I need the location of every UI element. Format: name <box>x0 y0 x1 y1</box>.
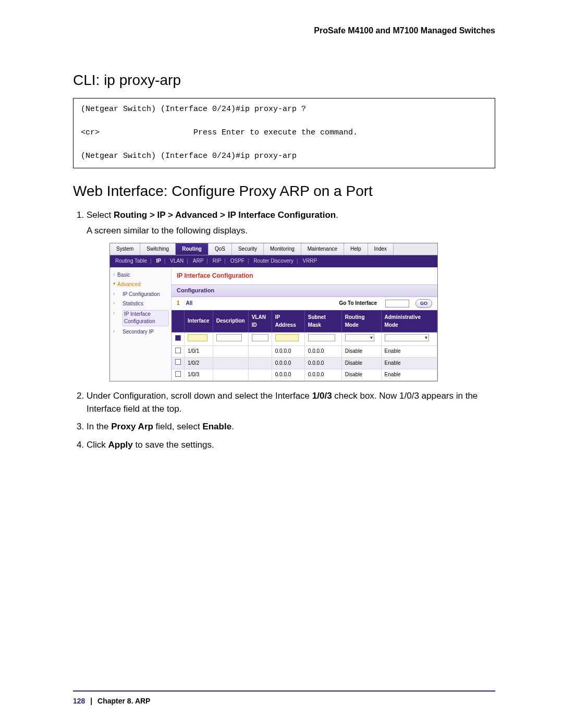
col-ip-address: IP Address <box>272 311 304 332</box>
primary-tabs: System Switching Routing QoS Security Mo… <box>110 243 437 256</box>
webui-screenshot: System Switching Routing QoS Security Mo… <box>109 243 438 381</box>
section-cli-title: CLI: ip proxy-arp <box>73 72 495 89</box>
cell-description <box>213 346 248 357</box>
table-row: 1/0/1 0.0.0.0 0.0.0.0 Disable Enable <box>172 346 437 357</box>
col-checkbox <box>172 311 185 332</box>
goto-interface-label: Go To Interface <box>339 300 377 307</box>
tab-security[interactable]: Security <box>232 243 264 255</box>
panel-title: IP Interface Configuration <box>172 270 437 285</box>
cli-code-block: (Netgear Switch) (Interface 0/24)#ip pro… <box>73 98 495 168</box>
section-web-title: Web Interface: Configure Proxy ARP on a … <box>73 183 495 200</box>
tab-system[interactable]: System <box>110 243 140 255</box>
steps-list: Select Routing > IP > Advanced > IP Inte… <box>73 209 495 452</box>
cell-ip: 0.0.0.0 <box>272 369 304 381</box>
table-row: 1/0/2 0.0.0.0 0.0.0.0 Disable Enable <box>172 357 437 369</box>
tab-maintenance[interactable]: Maintenance <box>301 243 344 255</box>
cell-mask: 0.0.0.0 <box>304 369 341 381</box>
step-1: Select Routing > IP > Advanced > IP Inte… <box>87 209 495 382</box>
cell-amode: Enable <box>381 346 437 357</box>
tab-index[interactable]: Index <box>368 243 394 255</box>
page-number: 128 <box>73 697 85 705</box>
sidebar-basic[interactable]: Basic <box>113 270 169 280</box>
filter-index[interactable]: 1 <box>177 300 180 307</box>
step-2-text-a: Under Configuration, scroll down and sel… <box>87 391 312 401</box>
step-3-text-e: . <box>231 422 234 431</box>
cell-rmode: Disable <box>341 346 381 357</box>
step-3-value: Enable <box>202 422 231 431</box>
table-input-row <box>172 332 437 346</box>
tab-monitoring[interactable]: Monitoring <box>264 243 301 255</box>
step-1-text-c: . <box>336 210 338 220</box>
dropdown-routing-mode[interactable] <box>345 334 374 341</box>
row-checkbox[interactable] <box>175 371 181 377</box>
filter-all[interactable]: All <box>186 300 193 307</box>
configuration-bar: Configuration <box>172 285 437 297</box>
dropdown-admin-mode[interactable] <box>385 334 429 341</box>
step-4-text-a: Click <box>87 440 108 450</box>
cell-vlan <box>248 357 272 369</box>
tab-qos[interactable]: QoS <box>209 243 232 255</box>
footer-chapter: Chapter 8. ARP <box>97 697 150 705</box>
col-subnet-mask: Subnet Mask <box>304 311 341 332</box>
step-4: Click Apply to save the settings. <box>87 439 495 452</box>
step-3-text-a: In the <box>87 422 111 431</box>
cell-amode: Enable <box>381 357 437 369</box>
col-vlan-id: VLAN ID <box>248 311 272 332</box>
cell-mask: 0.0.0.0 <box>304 346 341 357</box>
step-3-text-c: field, select <box>153 422 203 431</box>
tab-switching[interactable]: Switching <box>140 243 176 255</box>
sidebar-secondary-ip[interactable]: Secondary IP <box>113 327 169 337</box>
col-routing-mode: Routing Mode <box>341 311 381 332</box>
doc-header: ProSafe M4100 and M7100 Managed Switches <box>73 26 495 35</box>
cell-interface: 1/0/1 <box>185 346 213 357</box>
interface-table: Interface Description VLAN ID IP Address… <box>172 310 437 381</box>
cell-ip: 0.0.0.0 <box>272 357 304 369</box>
secondary-tabs: Routing Table| IP| VLAN| ARP| RIP| OSPF|… <box>110 255 437 267</box>
filter-bar: 1 All Go To Interface GO <box>172 297 437 310</box>
subtab-ospf[interactable]: OSPF <box>230 258 244 264</box>
goto-interface-input[interactable] <box>385 300 409 307</box>
input-interface[interactable] <box>188 334 207 341</box>
subtab-ip[interactable]: IP <box>156 258 161 264</box>
row-checkbox[interactable] <box>175 359 181 365</box>
subtab-vlan[interactable]: VLAN <box>170 258 183 264</box>
cell-mask: 0.0.0.0 <box>304 357 341 369</box>
input-description[interactable] <box>216 334 242 341</box>
tab-routing[interactable]: Routing <box>176 243 209 255</box>
main-panel: IP Interface Configuration Configuration… <box>172 267 437 381</box>
input-ip-address[interactable] <box>275 334 299 341</box>
go-button[interactable]: GO <box>415 299 432 308</box>
sidebar-statistics[interactable]: Statistics <box>113 299 169 309</box>
sidebar: Basic Advanced IP Configuration Statisti… <box>110 267 172 381</box>
sidebar-advanced[interactable]: Advanced <box>113 280 169 290</box>
subtab-vrrp[interactable]: VRRP <box>302 258 317 264</box>
step-3-field: Proxy Arp <box>111 422 153 431</box>
subtab-routing-table[interactable]: Routing Table <box>115 258 147 264</box>
subtab-rip[interactable]: RIP <box>213 258 222 264</box>
subtab-arp[interactable]: ARP <box>193 258 204 264</box>
cell-amode: Enable <box>381 369 437 381</box>
step-2: Under Configuration, scroll down and sel… <box>87 390 495 415</box>
cell-description <box>213 369 248 381</box>
row-checkbox[interactable] <box>175 348 181 353</box>
subtab-router-discovery[interactable]: Router Discovery <box>253 258 293 264</box>
col-interface: Interface <box>185 311 213 332</box>
col-description: Description <box>213 311 248 332</box>
input-subnet-mask[interactable] <box>308 334 335 341</box>
cell-vlan <box>248 369 272 381</box>
select-all-checkbox[interactable] <box>175 335 181 341</box>
tab-help[interactable]: Help <box>344 243 368 255</box>
step-2-iface: 1/0/3 <box>312 391 332 401</box>
cell-ip: 0.0.0.0 <box>272 346 304 357</box>
input-vlan-id[interactable] <box>252 334 268 341</box>
footer-rule <box>73 690 495 692</box>
sidebar-ip-interface-configuration[interactable]: IP Interface Configuration <box>113 309 169 327</box>
page-footer: 128 | Chapter 8. ARP <box>73 697 150 705</box>
sidebar-ip-configuration[interactable]: IP Configuration <box>113 290 169 300</box>
cell-rmode: Disable <box>341 369 381 381</box>
step-1-text-a: Select <box>87 210 114 220</box>
step-1-sub: A screen similar to the following displa… <box>87 225 495 238</box>
cell-description <box>213 357 248 369</box>
cell-interface: 1/0/3 <box>185 369 213 381</box>
cell-interface: 1/0/2 <box>185 357 213 369</box>
